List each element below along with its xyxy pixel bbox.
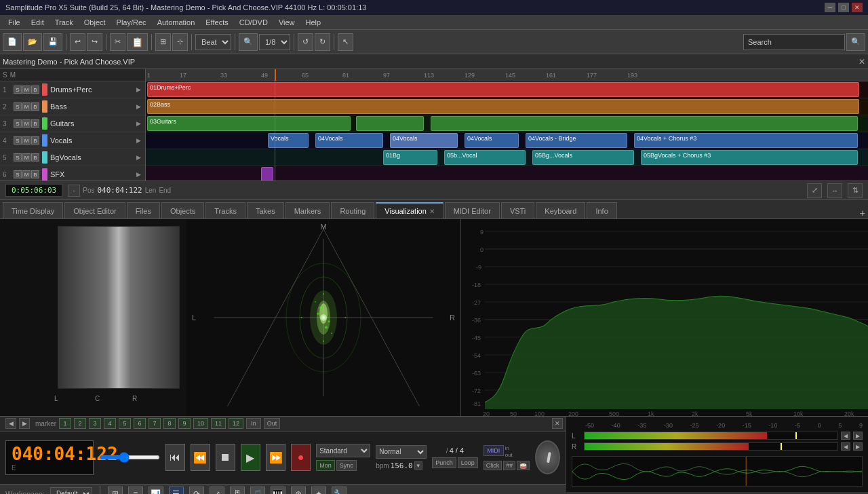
stop-button[interactable]: ⏹ — [216, 444, 235, 471]
menu-automation[interactable]: Automation — [152, 17, 201, 28]
cut-button[interactable]: ✂ — [110, 33, 125, 51]
ws-btn-10[interactable]: ⊕ — [291, 487, 306, 495]
quantize-select[interactable]: 1/8 — [259, 34, 290, 50]
marker-7-button[interactable]: 7 — [149, 418, 161, 429]
marker-6-button[interactable]: 6 — [134, 418, 146, 429]
fit-button[interactable]: ↔ — [827, 183, 842, 198]
track-b-5[interactable]: B — [31, 153, 39, 162]
tab-info[interactable]: Info — [587, 202, 616, 218]
out-button[interactable]: Out — [264, 418, 280, 429]
menu-effects[interactable]: Effects — [200, 17, 233, 28]
clip-4-3[interactable]: 04Vocals — [390, 133, 458, 148]
pointer-button[interactable]: ↖ — [338, 33, 353, 51]
clip-1-1[interactable]: 01Drums+Perc — [147, 82, 859, 97]
track-controls-m[interactable]: M — [10, 71, 16, 79]
tab-files[interactable]: Files — [127, 202, 160, 218]
open-button[interactable]: 📂 — [23, 33, 42, 51]
sync-button[interactable]: Sync — [336, 460, 357, 471]
track-arrow-6[interactable]: ▶ — [136, 171, 141, 178]
marker-12-button[interactable]: 12 — [229, 418, 243, 429]
marker-1-button[interactable]: 1 — [59, 418, 71, 429]
tab-object-editor[interactable]: Object Editor — [64, 202, 125, 218]
track-solo-6[interactable]: S — [14, 170, 22, 178]
search-button[interactable]: 🔍 — [846, 33, 865, 51]
track-b-4[interactable]: B — [31, 136, 39, 145]
clip-4-4[interactable]: 04Vocals — [465, 133, 519, 148]
track-solo-2[interactable]: S — [14, 102, 22, 111]
track-solo-4[interactable]: S — [14, 136, 22, 145]
save-button[interactable]: 💾 — [43, 33, 62, 51]
menu-file[interactable]: File — [3, 17, 26, 28]
track-mute-4[interactable]: M — [22, 136, 31, 145]
ws-btn-8[interactable]: 🎵 — [250, 487, 265, 495]
ws-btn-6[interactable]: ⤢ — [210, 487, 224, 495]
track-solo-5[interactable]: S — [14, 153, 22, 162]
paste-button[interactable]: 📋 — [127, 33, 148, 51]
play-button[interactable]: ▶ — [241, 444, 260, 471]
ws-btn-3[interactable]: 📊 — [149, 487, 163, 495]
menu-object[interactable]: Object — [79, 17, 111, 28]
ws-btn-11[interactable]: ✦ — [311, 487, 326, 495]
snap-button[interactable]: ⊹ — [172, 33, 188, 51]
beat-select[interactable]: Beat — [195, 34, 231, 50]
search-input[interactable] — [743, 34, 845, 50]
close-button[interactable]: ✕ — [852, 3, 863, 12]
time-position-slider[interactable] — [99, 455, 160, 459]
clip-3-3[interactable] — [431, 116, 858, 131]
new-button[interactable]: 📄 — [3, 33, 22, 51]
ws-btn-2[interactable]: ≡ — [128, 487, 143, 495]
ws-btn-9[interactable]: 🎹 — [271, 487, 285, 495]
tab-keyboard[interactable]: Keyboard — [536, 202, 585, 218]
grid-button[interactable]: ⊞ — [155, 33, 171, 51]
tab-routing[interactable]: Routing — [331, 202, 374, 218]
marker-5-button[interactable]: 5 — [119, 418, 131, 429]
meter-l-back[interactable]: ◀ — [841, 432, 850, 440]
close-transport-button[interactable]: ✕ — [552, 418, 563, 429]
record-button[interactable]: ● — [291, 444, 311, 471]
expand-button[interactable]: ⤢ — [807, 183, 822, 198]
redo2-button[interactable]: ↻ — [315, 33, 330, 51]
undo2-button[interactable]: ↺ — [298, 33, 313, 51]
clip-3-2[interactable] — [356, 116, 424, 131]
fast-forward-button[interactable]: ⏩ — [266, 444, 285, 471]
track-mute-3[interactable]: M — [22, 119, 31, 128]
meter-r-back[interactable]: ◀ — [841, 442, 850, 451]
clip-4-6[interactable]: 04Vocals + Chorus #3 — [634, 133, 858, 148]
tab-visualization[interactable]: Visualization ✕ — [376, 202, 443, 218]
minimize-button[interactable]: ─ — [825, 3, 835, 12]
grid-snap-button[interactable]: ## — [503, 461, 515, 470]
menu-track[interactable]: Track — [50, 17, 79, 28]
ws-btn-7[interactable]: 🎛 — [230, 487, 245, 495]
click-button[interactable]: Click — [484, 461, 502, 470]
tab-objects[interactable]: Objects — [161, 202, 204, 218]
close-project-button[interactable]: ✕ — [859, 57, 865, 66]
in-button[interactable]: In — [246, 418, 261, 429]
track-controls-s[interactable]: S — [3, 71, 7, 79]
sort-button[interactable]: ⇅ — [848, 183, 863, 198]
bpm-down-button[interactable]: ▼ — [414, 461, 422, 470]
menu-playrec[interactable]: Play/Rec — [111, 17, 152, 28]
punch-button[interactable]: Punch — [432, 457, 456, 468]
track-mute-5[interactable]: M — [22, 153, 31, 162]
mon-button[interactable]: Mon — [316, 460, 335, 471]
marker-2-button[interactable]: 2 — [74, 418, 86, 429]
track-solo-1[interactable]: S — [14, 86, 22, 94]
track-mute-1[interactable]: M — [22, 86, 31, 94]
track-b-6[interactable]: B — [31, 170, 39, 178]
ws-btn-5[interactable]: ⟳ — [189, 487, 204, 495]
track-arrow-5[interactable]: ▶ — [136, 154, 141, 161]
track-arrow-4[interactable]: ▶ — [136, 137, 141, 144]
track-b-2[interactable]: B — [31, 102, 39, 111]
marker-10-button[interactable]: 10 — [193, 418, 208, 429]
redo-button[interactable]: ↪ — [87, 33, 102, 51]
track-b-1[interactable]: B — [31, 86, 39, 94]
playback-mode-select[interactable]: Standard — [316, 444, 370, 457]
track-mute-2[interactable]: M — [22, 102, 31, 111]
tab-close-visualization[interactable]: ✕ — [429, 208, 435, 215]
tab-midi-editor[interactable]: MIDI Editor — [445, 202, 500, 218]
tab-tracks[interactable]: Tracks — [205, 202, 245, 218]
metronome-button[interactable]: 🥁 — [517, 461, 530, 470]
menu-help[interactable]: Help — [300, 17, 327, 28]
clip-5-2[interactable]: 05b...Vocal — [444, 150, 526, 165]
clip-2-1[interactable]: 02Bass — [147, 99, 859, 114]
